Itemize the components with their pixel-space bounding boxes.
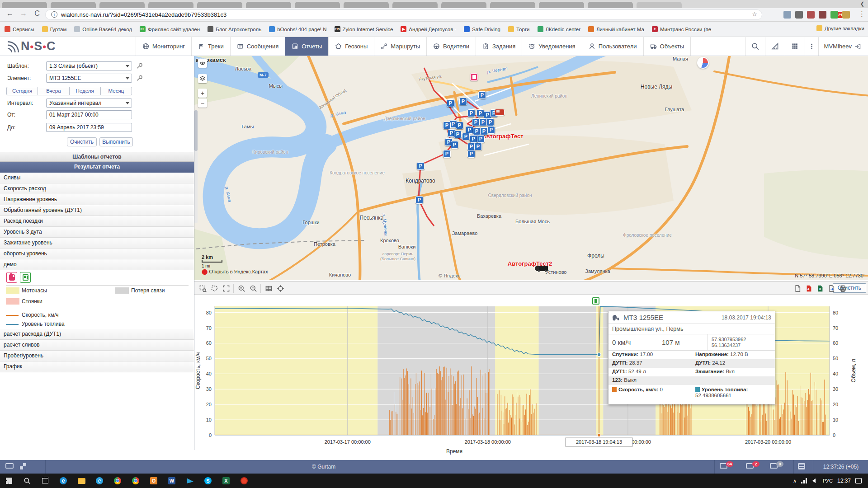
tab-scroll-icon[interactable]: ❮: [860, 1, 864, 7]
chart-tool-polyzoom[interactable]: [209, 283, 220, 294]
user-menu[interactable]: MVMiheev: [818, 37, 866, 56]
taskbar-app-telegram[interactable]: [181, 474, 199, 488]
ruler-icon[interactable]: [765, 37, 785, 56]
section-result[interactable]: Результат отчета: [0, 162, 194, 173]
taskbar-app-chrome-2[interactable]: [127, 474, 145, 488]
parking-marker[interactable]: P: [486, 118, 494, 126]
fueling-event-icon[interactable]: [592, 297, 599, 305]
tab-alarm[interactable]: Уведомления: [522, 37, 581, 56]
parking-marker[interactable]: P: [443, 122, 451, 129]
grid-icon[interactable]: [20, 463, 26, 469]
extension-icon[interactable]: [819, 11, 826, 19]
parking-marker[interactable]: P: [487, 126, 495, 134]
to-input[interactable]: 09 Апрель 2017 23:59: [46, 123, 132, 132]
section-templates[interactable]: Шаблоны отчетов: [0, 152, 194, 162]
extension-icon[interactable]: [807, 11, 815, 19]
parking-marker[interactable]: P: [415, 196, 423, 204]
browser-tab[interactable]: [637, 2, 682, 8]
search-button[interactable]: [18, 474, 36, 488]
parking-marker[interactable]: P: [417, 162, 425, 170]
parking-marker[interactable]: P: [456, 122, 463, 129]
tab-driver[interactable]: Водители: [426, 37, 476, 56]
bookmark-item[interactable]: FLФриланс сайт удален: [140, 26, 200, 32]
volume-icon[interactable]: [812, 478, 818, 483]
browser-tab[interactable]: [490, 2, 535, 8]
visibility-eye-icon[interactable]: [198, 59, 207, 68]
taskbar-app-explorer[interactable]: [72, 474, 90, 488]
map-scrollbar[interactable]: [194, 110, 198, 223]
element-select[interactable]: МТЗ 1255ЕЕ: [46, 74, 132, 83]
report-item[interactable]: Обработанный уровень (ДУТ1): [0, 205, 194, 216]
taskbar-app-ie[interactable]: e: [90, 474, 108, 488]
taskbar-app-outlook[interactable]: O: [145, 474, 163, 488]
forward-icon[interactable]: →: [18, 9, 29, 18]
fueling-marker-toggle[interactable]: [20, 272, 31, 283]
tab-message[interactable]: Сообщения: [230, 37, 285, 56]
start-button[interactable]: [0, 474, 18, 488]
unit-marker-avtograftest[interactable]: [495, 109, 505, 116]
browser-tab[interactable]: [2, 2, 47, 8]
taskbar-app-skype[interactable]: S: [199, 474, 217, 488]
parking-marker[interactable]: P: [477, 135, 485, 143]
apps-grid-icon[interactable]: [785, 37, 805, 56]
reload-icon[interactable]: C: [32, 9, 42, 18]
parking-marker[interactable]: P: [467, 150, 475, 158]
from-input[interactable]: 01 Март 2017 00:00: [46, 110, 132, 119]
browser-tab[interactable]: [295, 2, 340, 8]
other-bookmarks[interactable]: Другие закладки: [816, 25, 864, 31]
drain-event-marker[interactable]: [470, 73, 478, 81]
tab-task[interactable]: Задания: [476, 37, 522, 56]
browser-tab[interactable]: [344, 2, 389, 8]
parking-marker[interactable]: P: [473, 127, 481, 135]
parking-marker[interactable]: P: [480, 127, 488, 135]
chart-tool-fit[interactable]: [221, 283, 231, 294]
chart-tool-zoomin[interactable]: [236, 283, 247, 294]
parking-marker[interactable]: P: [451, 141, 458, 149]
tab-route[interactable]: Маршруты: [374, 37, 426, 56]
bookmark-item[interactable]: Online Base64 декод: [74, 26, 132, 32]
bookmark-item[interactable]: Гуртам: [42, 26, 67, 32]
browser-tab[interactable]: [588, 2, 633, 8]
task-view-button[interactable]: [36, 474, 54, 488]
export-exportic[interactable]: [826, 283, 837, 294]
taskbar-app-chrome[interactable]: [108, 474, 127, 488]
monitor-icon[interactable]: [5, 463, 14, 469]
chart-tool-zoomout[interactable]: [248, 283, 259, 294]
parking-marker[interactable]: P: [470, 135, 477, 143]
browser-tab[interactable]: [51, 2, 96, 8]
url-text[interactable]: wialon.nsc-navi.ru/?sid=0269f5431eb4a2ed…: [61, 11, 226, 18]
browser-tab[interactable]: [392, 2, 438, 8]
parking-marker[interactable]: P: [459, 98, 467, 105]
drain-marker-toggle[interactable]: [6, 272, 17, 283]
report-item[interactable]: Уровень 3 дута: [0, 227, 194, 238]
parking-marker[interactable]: P: [454, 131, 462, 138]
report-item[interactable]: расчет сливов: [0, 340, 194, 351]
browser-tab[interactable]: [197, 2, 242, 8]
report-item[interactable]: График: [0, 361, 194, 372]
tab-globe[interactable]: Мониторинг: [136, 37, 191, 56]
layers-icon[interactable]: [198, 74, 207, 83]
open-in-yandex-link[interactable]: Открыть в Яндекс.Картах: [209, 269, 268, 274]
bookmark-item[interactable]: ZISZylon Internet Service: [335, 26, 393, 32]
quick-date-Вчера[interactable]: Вчера: [38, 87, 69, 95]
export-xls[interactable]: X: [815, 283, 826, 294]
parking-marker[interactable]: P: [447, 99, 454, 107]
bookmark-star-icon[interactable]: ☆: [752, 11, 757, 18]
zoom-out-button[interactable]: −: [198, 99, 207, 108]
parking-marker[interactable]: P: [472, 118, 480, 126]
report-item[interactable]: обороты уровень: [0, 249, 194, 259]
parking-marker[interactable]: P: [478, 91, 486, 99]
clock[interactable]: 12:37: [837, 478, 851, 484]
browser-tab[interactable]: [441, 2, 486, 8]
export-print[interactable]: [837, 283, 848, 294]
chart-tool-areazoom[interactable]: [197, 283, 208, 294]
tab-report[interactable]: Отчеты: [285, 37, 328, 56]
bookmark-item[interactable]: ▶Андрей Дергоусов -: [401, 26, 456, 32]
table-icon[interactable]: [798, 463, 805, 469]
report-item[interactable]: Пробег/уровень: [0, 351, 194, 361]
taskbar-app-opera[interactable]: [235, 474, 253, 488]
bookmark-item[interactable]: ✦Минтранс России (пе: [652, 26, 711, 32]
quick-date-Месяц[interactable]: Месяц: [100, 87, 132, 95]
parking-marker[interactable]: P: [443, 150, 451, 158]
map-canvas[interactable]: [194, 56, 868, 280]
